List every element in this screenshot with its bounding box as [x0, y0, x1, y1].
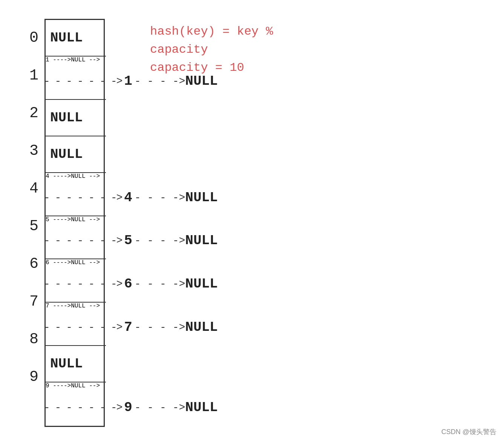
- index-4: 4: [23, 170, 41, 207]
- arrow-null-5: - - - ->: [135, 235, 185, 246]
- main-container: 0 1 2 3 4 5 6 7 8 9 NULL 1 ---->NULL -->…: [0, 0, 504, 442]
- bucket-row-6: - - - - - - -> 6 - - - -> NULL: [46, 266, 106, 303]
- bucket-row-1: - - - - - - -> 1 - - - -> NULL: [46, 63, 106, 100]
- null-label-3: NULL: [46, 147, 83, 162]
- null-label-0: NULL: [46, 30, 83, 46]
- formula-line2: capacity: [150, 41, 273, 59]
- hash-table: 0 1 2 3 4 5 6 7 8 9 NULL 1 ---->NULL -->…: [23, 19, 105, 427]
- bucket-row-8: NULL: [46, 346, 106, 382]
- formula-line1: hash(key) = key %: [150, 23, 273, 41]
- bucket-row-2: NULL: [46, 100, 106, 136]
- arrow-null-6: - - - ->: [135, 278, 185, 290]
- arrow-null-9: - - - ->: [135, 402, 185, 413]
- index-6: 6: [23, 245, 41, 283]
- node-chain-9: - - - - - - -> 9 - - - -> NULL: [44, 400, 218, 415]
- bucket-row-5: - - - - - - -> 5 - - - -> NULL: [46, 223, 106, 260]
- bucket-row-9: - - - - - - -> 9 - - - -> NULL: [46, 389, 106, 426]
- null-end-1: NULL: [185, 73, 218, 89]
- index-3: 3: [23, 132, 41, 170]
- dashes-1: - - - - - - ->: [44, 75, 122, 87]
- arrow-null-7: - - - ->: [135, 321, 185, 333]
- node-chain-4: - - - - - - -> 4 - - - -> NULL: [44, 190, 218, 205]
- index-1: 1: [23, 57, 41, 94]
- dashes-6: - - - - - - ->: [44, 278, 122, 290]
- node-chain-6: - - - - - - -> 6 - - - -> NULL: [44, 276, 218, 292]
- arrow-null-4: - - - ->: [135, 192, 185, 203]
- index-7: 7: [23, 283, 41, 320]
- null-end-7: NULL: [185, 320, 218, 335]
- null-end-5: NULL: [185, 233, 218, 248]
- bucket-row-4: - - - - - - -> 4 - - - -> NULL: [46, 180, 106, 216]
- dashes-9: - - - - - - ->: [44, 402, 122, 413]
- bucket-row-3: NULL: [46, 136, 106, 173]
- index-8: 8: [23, 320, 41, 358]
- index-column: 0 1 2 3 4 5 6 7 8 9: [23, 19, 41, 427]
- watermark: CSDN @馒头警告: [441, 427, 496, 436]
- node-chain-7: - - - - - - -> 7 - - - -> NULL: [44, 320, 218, 335]
- node-value-1: 1: [124, 73, 132, 89]
- index-5: 5: [23, 207, 41, 245]
- null-end-4: NULL: [185, 190, 218, 205]
- null-label-2: NULL: [46, 110, 83, 125]
- null-end-6: NULL: [185, 276, 218, 292]
- null-label-8: NULL: [46, 356, 83, 372]
- dashes-4: - - - - - - ->: [44, 192, 122, 203]
- index-2: 2: [23, 94, 41, 132]
- node-value-9: 9: [124, 400, 132, 415]
- index-9: 9: [23, 358, 41, 396]
- null-end-9: NULL: [185, 400, 218, 415]
- bucket-column: NULL 1 ---->NULL --> - - - - - - -> 1 - …: [44, 19, 105, 427]
- arrow-null-1: - - - ->: [135, 75, 185, 87]
- bucket-row-0: NULL: [46, 20, 106, 57]
- node-value-7: 7: [124, 320, 132, 335]
- node-value-5: 5: [124, 233, 132, 248]
- node-chain-1: - - - - - - -> 1 - - - -> NULL: [44, 73, 218, 89]
- dashes-7: - - - - - - ->: [44, 321, 122, 333]
- bucket-row-7: - - - - - - -> 7 - - - -> NULL: [46, 309, 106, 346]
- node-value-4: 4: [124, 190, 132, 205]
- index-0: 0: [23, 19, 41, 57]
- node-value-6: 6: [124, 276, 132, 292]
- node-chain-5: - - - - - - -> 5 - - - -> NULL: [44, 233, 218, 248]
- dashes-5: - - - - - - ->: [44, 235, 122, 246]
